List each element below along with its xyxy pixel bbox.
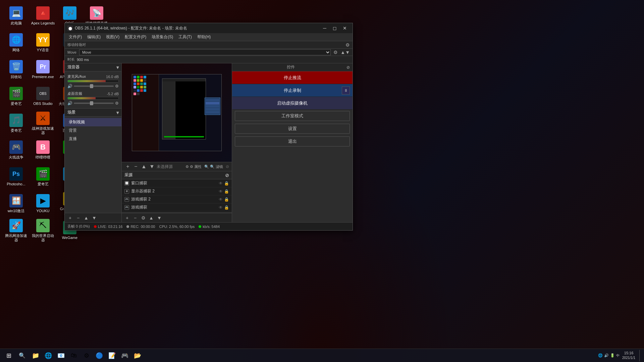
- sources-toolbar-remove-btn[interactable]: −: [132, 215, 139, 221]
- scenes-expand-icon[interactable]: ▾: [116, 110, 119, 115]
- taskbar-icon-mail[interactable]: 📧: [55, 350, 67, 362]
- menu-profile[interactable]: 配置文件(P): [122, 34, 149, 41]
- source-item-window[interactable]: ⬜ 窗口捕获 👁 🔒: [122, 179, 232, 187]
- desktop-icon-tencent[interactable]: 🚀 腾讯网游加速器: [3, 217, 30, 244]
- audio-mic-mute-icon[interactable]: 🔊: [67, 84, 72, 88]
- sources-up-btn[interactable]: ▲: [141, 163, 147, 170]
- sources-expand-icon[interactable]: ⊘: [225, 173, 229, 178]
- menu-file[interactable]: 文件(F): [66, 34, 85, 41]
- taskbar-icon-folder[interactable]: 📂: [131, 350, 144, 362]
- obs-pause-record-btn[interactable]: ⏸: [342, 86, 350, 95]
- settings-label: 设置: [288, 126, 297, 132]
- sources-toolbar-up2-btn[interactable]: ▲: [148, 215, 155, 221]
- audio-mic-settings-icon[interactable]: ⚙: [115, 84, 119, 88]
- move-select[interactable]: Move: [79, 49, 331, 55]
- plugin-settings-icon[interactable]: ⚙: [345, 42, 350, 48]
- source-properties-btn[interactable]: ⚙ ⚙ 属性: [185, 164, 202, 169]
- source-item-game[interactable]: 🎮 游戏捕获 👁 🔒: [122, 203, 232, 212]
- obs-maximize-button[interactable]: ◻: [330, 23, 340, 33]
- sources-remove-btn[interactable]: −: [132, 163, 139, 170]
- obs-minimize-button[interactable]: ─: [320, 23, 330, 33]
- menu-scene-collection[interactable]: 场景集合(S): [149, 34, 176, 41]
- taskbar-ime-icon[interactable]: 中: [616, 353, 620, 358]
- desktop-icon-zhanshen[interactable]: ⚔ 战神游戏加速器: [30, 110, 56, 137]
- scene-item-recording[interactable]: 录制视频: [65, 118, 121, 126]
- desktop-icon-wangluo[interactable]: 🌐 网络: [3, 29, 30, 56]
- obs-exit-btn[interactable]: 退出: [235, 136, 350, 146]
- obs-stop-stream-btn[interactable]: 停止推流: [232, 71, 353, 84]
- audio-desktop-mute-icon[interactable]: 🔊: [67, 101, 72, 106]
- source-game2-actions: 👁 🔒: [219, 197, 229, 202]
- menu-tools[interactable]: 工具(T): [176, 34, 194, 41]
- source-game-lock-btn[interactable]: 🔒: [224, 205, 229, 210]
- taskbar-sound-icon[interactable]: 🔊: [604, 353, 609, 358]
- source-window-lock-btn[interactable]: 🔒: [224, 181, 229, 186]
- desktop-icon-aiqiyi[interactable]: 🎬 爱奇艺: [3, 83, 30, 110]
- audio-desktop-settings-icon[interactable]: ⚙: [115, 101, 119, 106]
- taskbar-icon-explorer[interactable]: 📁: [30, 350, 42, 362]
- scene-up-btn[interactable]: ▲: [83, 215, 90, 221]
- menu-help[interactable]: 帮助(H): [195, 34, 214, 41]
- source-window-eye-btn[interactable]: 👁: [219, 181, 223, 186]
- desktop-icon-YY[interactable]: YY YY语音: [30, 29, 56, 56]
- desktop-icon-premiere[interactable]: Pr Premiere.exe: [30, 56, 56, 83]
- desktop-icon-blizzard[interactable]: 🎮 火线战争: [3, 137, 30, 164]
- taskbar-icon-store[interactable]: 🛍: [68, 350, 80, 362]
- scene-down-btn[interactable]: ▼: [91, 215, 98, 221]
- move-settings-icon[interactable]: ⚙: [333, 50, 338, 55]
- audio-mic-slider[interactable]: [74, 85, 114, 87]
- sources-toolbar-down2-btn[interactable]: ▼: [156, 215, 163, 221]
- desktop-icon-qqmusic[interactable]: 🎵 委奇艺: [3, 110, 30, 137]
- menu-view[interactable]: 视图(V): [103, 34, 122, 41]
- taskbar-start-button[interactable]: ⊞: [3, 350, 15, 362]
- taskbar-icon-edge[interactable]: 🌐: [42, 350, 54, 362]
- source-game2-eye-btn[interactable]: 👁: [219, 197, 223, 202]
- audio-desktop-slider[interactable]: [74, 103, 114, 104]
- mixer-expand-icon[interactable]: ▾: [116, 65, 119, 70]
- obs-settings-btn[interactable]: 设置: [235, 124, 350, 134]
- sources-toolbar-settings-btn[interactable]: ⚙: [140, 215, 147, 221]
- desktop-icon-youku[interactable]: ▶ YOUKU: [30, 190, 56, 217]
- source-display-eye-btn[interactable]: 👁: [219, 189, 223, 194]
- source-item-display[interactable]: 🖥 显示器捕获 2 👁 🔒: [122, 187, 232, 195]
- desktop-icon-recycle[interactable]: 🗑️ 回收站: [3, 56, 30, 83]
- taskbar-search-button[interactable]: 🔍: [16, 350, 28, 362]
- taskbar-clock[interactable]: 15:16 2021/1/1: [622, 351, 635, 360]
- desktop-icon-bilibili[interactable]: B 哔哩哔哩: [30, 137, 56, 164]
- sources-down-btn[interactable]: ▼: [149, 163, 155, 170]
- taskbar-icon-settings[interactable]: ⚙: [80, 350, 93, 362]
- obs-close-button[interactable]: ✕: [340, 23, 350, 33]
- source-game-eye-btn[interactable]: 👁: [219, 205, 223, 210]
- source-filters-btn[interactable]: 🔍 🔍 滤镜: [204, 164, 223, 169]
- menu-edit[interactable]: 编辑(E): [85, 34, 103, 41]
- source-game2-lock-btn[interactable]: 🔒: [224, 197, 229, 202]
- desktop-icon-photoshop[interactable]: Ps Photosho...: [3, 164, 30, 190]
- desktop-icon-obs[interactable]: OBS OBS Studio: [30, 83, 56, 110]
- source-display-lock-btn[interactable]: 🔒: [224, 189, 229, 194]
- taskbar-show-desktop-btn[interactable]: [639, 350, 641, 361]
- move-expand-icon[interactable]: ▲▼: [340, 50, 350, 55]
- taskbar-icon-cortana[interactable]: 🔵: [93, 350, 105, 362]
- scene-item-background[interactable]: 背景: [65, 126, 121, 135]
- sources-add-btn[interactable]: +: [124, 163, 131, 170]
- screen-obs-titlebar: [162, 79, 206, 81]
- audio-mic-label: 麦克风/Aux: [67, 74, 86, 79]
- taskbar-network-icon[interactable]: 🌐: [598, 353, 603, 358]
- scene-item-livestream[interactable]: 直播: [65, 135, 121, 143]
- scene-add-btn[interactable]: +: [67, 215, 73, 221]
- obs-studio-mode-btn[interactable]: 工作室模式: [235, 111, 350, 121]
- desktop-icon-aiqiyi2[interactable]: 🎬 爱奇艺: [30, 164, 56, 190]
- desktop-icon-minecraft[interactable]: ⛏ 我的世界启动器: [30, 217, 56, 244]
- scene-remove-btn[interactable]: −: [75, 215, 82, 221]
- taskbar-icon-notes[interactable]: 📝: [106, 350, 118, 362]
- desktop-icon-win10[interactable]: 🪟 win10激活: [3, 190, 30, 217]
- sources-toolbar-add-btn[interactable]: +: [124, 215, 130, 221]
- desktop-icon-dianche[interactable]: 💻 此电脑: [3, 3, 30, 29]
- obs-virtual-cam-btn[interactable]: 启动虚拟摄像机: [232, 97, 353, 110]
- obs-stop-record-btn[interactable]: 停止录制 ⏸: [232, 84, 353, 97]
- source-item-game2[interactable]: 🎮 游戏捕获 2 👁 🔒: [122, 195, 232, 203]
- controls-extra-icon[interactable]: ⊘: [346, 65, 350, 70]
- desktop-icon-apex[interactable]: 🔺 Apex Legends: [30, 3, 56, 29]
- taskbar-battery-icon[interactable]: 🔋: [610, 353, 615, 358]
- taskbar-icon-game[interactable]: 🎮: [119, 350, 131, 362]
